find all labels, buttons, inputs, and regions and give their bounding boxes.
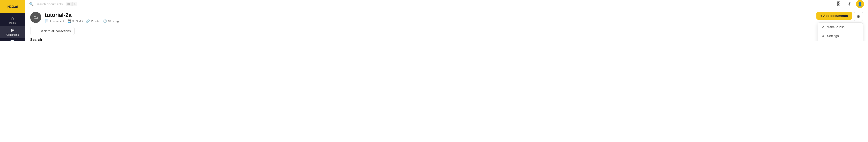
dropdown-item-make-public[interactable]: ↗ Make Public xyxy=(818,23,863,31)
sidebar-label-home: Home xyxy=(9,21,16,24)
meta-documents-text: 1 document xyxy=(50,20,64,23)
search-area[interactable]: 🔍 Search documents ⌘ K xyxy=(29,2,833,6)
sun-button[interactable]: ☀ xyxy=(845,0,854,8)
search-section-title: Search xyxy=(30,37,863,41)
meta-time-text: 18 hr. ago xyxy=(108,20,120,23)
back-section: ← Back to all collections xyxy=(30,27,863,35)
document-icon: 📄 xyxy=(45,19,49,23)
collection-meta: 📄 1 document 💾 3.59 MB 🔗 Private 🕐 18 hr… xyxy=(45,19,813,23)
database-button[interactable]: 🗄 xyxy=(835,0,843,8)
privacy-icon: 🔗 xyxy=(86,19,90,23)
search-shortcut: ⌘ K xyxy=(66,2,77,6)
collection-title: tutorial-2a xyxy=(45,12,813,18)
collection-actions: + Add documents ⚙ ↗ Make Public ⚙ Settin… xyxy=(816,12,863,21)
content-area: 🗂 tutorial-2a 📄 1 document 💾 3.59 MB 🔗 P… xyxy=(25,8,868,41)
sidebar-item-home[interactable]: ⌂ Home xyxy=(0,14,25,26)
collection-icon: 🗂 xyxy=(30,12,41,23)
collection-header: 🗂 tutorial-2a 📄 1 document 💾 3.59 MB 🔗 P… xyxy=(30,12,863,23)
dropdown-item-settings[interactable]: ⚙ Settings xyxy=(818,31,863,40)
search-placeholder-text: Search documents xyxy=(35,2,63,6)
meta-time: 🕐 18 hr. ago xyxy=(103,19,120,23)
meta-documents: 📄 1 document xyxy=(45,19,64,23)
sidebar-item-docs[interactable]: 📄 Docs xyxy=(0,38,25,41)
main-content: 🔍 Search documents ⌘ K 🗄 ☀ 👤 🗂 tutorial-… xyxy=(25,0,868,41)
back-to-collections-button[interactable]: ← Back to all collections xyxy=(30,27,74,35)
shortcut-key-k: K xyxy=(72,2,77,6)
dropdown-menu: ↗ Make Public ⚙ Settings 🗑 Delete collec… xyxy=(818,22,863,41)
search-section: Search Search this collection. xyxy=(30,37,863,41)
collection-info: tutorial-2a 📄 1 document 💾 3.59 MB 🔗 Pri… xyxy=(45,12,813,23)
meta-size: 💾 3.59 MB xyxy=(67,19,83,23)
add-documents-button[interactable]: + Add documents xyxy=(816,12,852,20)
time-icon: 🕐 xyxy=(103,19,107,23)
logo[interactable]: H2O.ai xyxy=(0,0,25,13)
docs-icon: 📄 xyxy=(10,40,16,41)
topbar-right: 🗄 ☀ 👤 xyxy=(835,0,864,8)
meta-privacy-text: Private xyxy=(91,20,99,23)
home-icon: ⌂ xyxy=(11,16,14,21)
size-icon: 💾 xyxy=(67,19,71,23)
gear-icon: ⚙ xyxy=(822,34,825,38)
sidebar-label-collections: Collections xyxy=(6,33,19,36)
settings-button[interactable]: ⚙ xyxy=(854,12,863,21)
dropdown-item-delete-collection[interactable]: 🗑 Delete collection xyxy=(819,41,862,41)
shortcut-key-meta: ⌘ xyxy=(66,2,71,6)
collections-icon: ⊞ xyxy=(11,28,14,33)
dropdown-label-make-public: Make Public xyxy=(827,25,845,29)
share-icon: ↗ xyxy=(822,25,824,29)
meta-privacy: 🔗 Private xyxy=(86,19,99,23)
topbar: 🔍 Search documents ⌘ K 🗄 ☀ 👤 xyxy=(25,0,868,8)
back-button-label: Back to all collections xyxy=(39,29,71,33)
logo-text: H2O.ai xyxy=(7,5,18,8)
settings-icon: ⚙ xyxy=(857,14,860,19)
meta-size-text: 3.59 MB xyxy=(72,20,83,23)
dropdown-label-settings: Settings xyxy=(827,34,839,38)
user-button[interactable]: 👤 xyxy=(856,0,864,8)
sidebar: H2O.ai ⌂ Home ⊞ Collections 📄 Docs xyxy=(0,0,25,41)
sidebar-nav: ⌂ Home ⊞ Collections 📄 Docs xyxy=(0,13,25,41)
sidebar-item-collections[interactable]: ⊞ Collections xyxy=(0,26,25,38)
search-icon: 🔍 xyxy=(29,2,33,6)
back-arrow-icon: ← xyxy=(34,29,37,33)
